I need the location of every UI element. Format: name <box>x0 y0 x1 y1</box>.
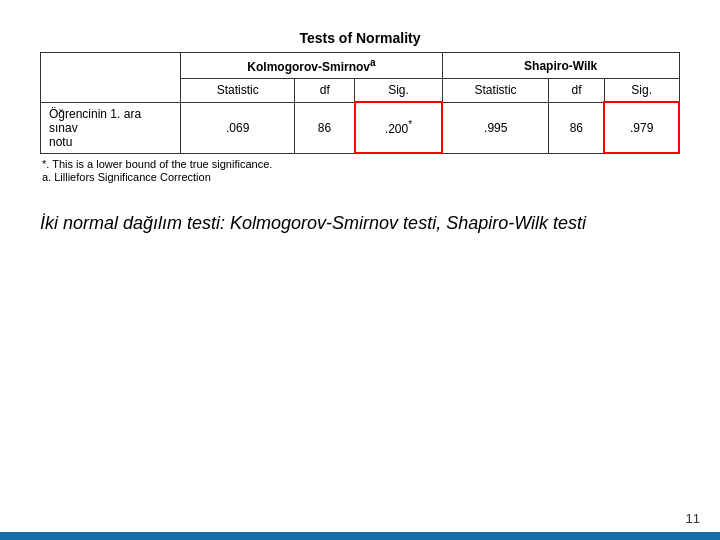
bottom-bar <box>0 532 720 540</box>
footnote-2: a. Lilliefors Significance Correction <box>42 171 680 183</box>
ks-sig-header: Sig. <box>355 79 443 103</box>
ks-stat-value: .069 <box>181 102 295 153</box>
footnote-1: *. This is a lower bound of the true sig… <box>42 158 680 170</box>
ks-df-header: df <box>295 79 355 103</box>
sw-group-header: Shapiro-Wilk <box>442 53 679 79</box>
description-text: İki normal dağılım testi: Kolmogorov-Smi… <box>40 213 680 234</box>
sw-stat-value: .995 <box>442 102 548 153</box>
row-label: Öğrencinin 1. ara sınav notu <box>41 102 181 153</box>
ks-sig-value: .200* <box>355 102 443 153</box>
sw-sig-header: Sig. <box>604 79 679 103</box>
ks-df-value: 86 <box>295 102 355 153</box>
sw-sig-value: .979 <box>604 102 679 153</box>
ks-group-header: Kolmogorov-Smirnova <box>181 53 443 79</box>
ks-statistic-header: Statistic <box>181 79 295 103</box>
table-title: Tests of Normality <box>40 30 680 46</box>
sw-df-value: 86 <box>549 102 605 153</box>
page-number: 11 <box>686 511 700 526</box>
sw-statistic-header: Statistic <box>442 79 548 103</box>
sw-df-header: df <box>549 79 605 103</box>
